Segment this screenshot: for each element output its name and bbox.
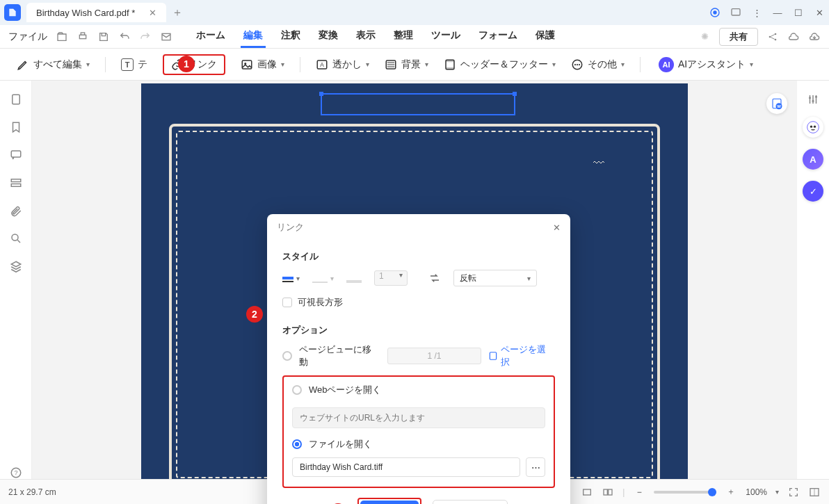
kebab-icon[interactable]: ⋮ [751, 7, 762, 18]
svg-point-20 [579, 63, 580, 65]
search-icon[interactable] [10, 232, 22, 245]
reading-mode-icon[interactable] [808, 486, 821, 498]
layers-icon[interactable] [10, 260, 22, 273]
word-export-badge[interactable]: W [766, 93, 787, 114]
image-button[interactable]: 画像▾ [241, 58, 284, 71]
thumbnails-icon[interactable] [10, 93, 22, 106]
menu-comment[interactable]: 注釈 [278, 25, 303, 48]
help-icon[interactable]: ? [10, 466, 22, 479]
share-button[interactable]: 共有 [719, 28, 758, 46]
fit-width-icon[interactable] [581, 486, 593, 498]
window-minimize-icon[interactable]: — [772, 7, 783, 18]
bookmark-icon[interactable] [10, 121, 22, 133]
radio-open-web[interactable] [292, 385, 302, 395]
light-icon[interactable]: ✺ [698, 31, 711, 43]
dialog-close-icon[interactable]: ✕ [553, 222, 561, 233]
zoom-out-icon[interactable]: − [633, 486, 645, 498]
menu-protect[interactable]: 保護 [533, 25, 558, 48]
ai-check-icon[interactable]: ✓ [803, 181, 823, 202]
checkbox-icon [282, 298, 292, 307]
fit-page-icon[interactable] [602, 486, 614, 498]
main-menu: ホーム 編集 注釈 変換 表示 整理 ツール フォーム 保護 [193, 25, 558, 48]
menu-file[interactable]: ファイル [8, 31, 47, 43]
flip-select[interactable]: 反転▾ [453, 270, 537, 286]
fields-icon[interactable] [10, 177, 22, 189]
share-nodes-icon[interactable] [766, 31, 779, 43]
background-label: 背景 [401, 58, 421, 71]
ai-a-icon[interactable]: A [803, 149, 823, 170]
radio-open-file[interactable] [292, 439, 302, 449]
browse-file-button[interactable]: ⋯ [526, 457, 545, 477]
header-footer-button[interactable]: ヘッダー＆フッター▾ [444, 58, 556, 71]
attachment-icon[interactable] [10, 204, 22, 217]
redo-icon[interactable] [139, 31, 152, 43]
apply-button[interactable]: 適用 [360, 501, 419, 504]
text-button[interactable]: T テ [121, 58, 147, 71]
flip-icon[interactable] [428, 272, 441, 284]
menu-bar: ファイル ホーム 編集 注釈 変換 表示 整理 ツール フォーム 保護 ✺ 共有 [0, 25, 829, 49]
zoom-in-icon[interactable]: ＋ [725, 486, 737, 498]
right-rail: A ✓ [797, 81, 829, 479]
thickness-input[interactable]: 1 ▾ [374, 270, 408, 286]
radio-goto-page[interactable] [282, 351, 292, 361]
url-input[interactable] [292, 407, 545, 428]
visible-rect-checkbox[interactable]: 可視長方形 [282, 296, 555, 309]
svg-rect-22 [11, 151, 21, 157]
zoom-value: 100% [746, 487, 767, 497]
ai-chat-icon[interactable] [803, 117, 823, 138]
menu-view[interactable]: 表示 [353, 25, 378, 48]
menu-form[interactable]: フォーム [476, 25, 520, 48]
dialog-title: リンク [277, 221, 304, 234]
menu-tools[interactable]: ツール [428, 25, 463, 48]
zoom-slider[interactable] [654, 491, 716, 494]
window-close-icon[interactable]: ✕ [814, 7, 825, 18]
chat-icon[interactable] [730, 7, 741, 18]
print-icon[interactable] [77, 31, 89, 43]
line-style-picker[interactable]: ▾ [312, 273, 334, 283]
file-path-input[interactable]: Birthday Wish Card.tiff [292, 457, 520, 477]
watermark-icon: A [316, 58, 328, 71]
new-tab-button[interactable]: ＋ [172, 6, 183, 20]
edit-toolbar: すべて編集▾ T テ 1 リンク 画像▾ A 透かし▾ 背景▾ ヘッダー＆フッタ… [0, 49, 829, 81]
undo-icon[interactable] [118, 31, 131, 43]
link-color-picker[interactable]: ▾ [282, 275, 300, 282]
fullscreen-icon[interactable] [787, 486, 800, 498]
document-tab[interactable]: Birthday Wish Card.pdf * ✕ [26, 3, 166, 22]
ai-icon: AI [659, 57, 674, 72]
other-button[interactable]: その他▾ [571, 58, 625, 71]
background-button[interactable]: 背景▾ [385, 58, 428, 71]
edit-all-button[interactable]: すべて編集▾ [17, 58, 90, 71]
svg-text:W: W [777, 104, 781, 108]
ai-label: AIアシスタント [678, 58, 746, 71]
menu-home[interactable]: ホーム [193, 25, 228, 48]
cloud-down-icon[interactable] [808, 31, 821, 43]
menu-organize[interactable]: 整理 [391, 25, 416, 48]
header-footer-label: ヘッダー＆フッター [460, 58, 548, 71]
menu-edit[interactable]: 編集 [241, 25, 266, 48]
cancel-button[interactable]: キャンセル [433, 500, 508, 504]
svg-point-31 [809, 97, 811, 99]
svg-rect-24 [11, 184, 21, 187]
page-number-input[interactable]: 1 /1 [387, 348, 482, 364]
comment-icon[interactable] [10, 149, 22, 161]
pen-icon [17, 58, 29, 71]
style-section-label: スタイル [282, 250, 555, 263]
svg-rect-21 [12, 95, 19, 104]
select-page-link[interactable]: ページを選択 [488, 343, 555, 368]
text-icon: T [121, 58, 134, 71]
selection-box[interactable] [321, 93, 515, 115]
save-icon[interactable] [97, 31, 110, 43]
watermark-button[interactable]: A 透かし▾ [316, 58, 369, 71]
page-dimensions: 21 x 29.7 cm [8, 487, 56, 497]
cloud-up-icon[interactable] [787, 31, 800, 43]
app-circle-icon[interactable] [709, 7, 721, 18]
svg-point-25 [12, 234, 18, 241]
menu-convert[interactable]: 変換 [316, 25, 341, 48]
close-tab-icon[interactable]: ✕ [149, 8, 156, 18]
open-icon[interactable] [56, 31, 68, 43]
line-thickness-picker[interactable] [346, 273, 362, 283]
mail-icon[interactable] [160, 31, 172, 43]
window-maximize-icon[interactable]: ☐ [793, 7, 804, 18]
ai-assistant-button[interactable]: AI AIアシスタント▾ [659, 57, 753, 72]
adjust-icon[interactable] [807, 93, 819, 106]
